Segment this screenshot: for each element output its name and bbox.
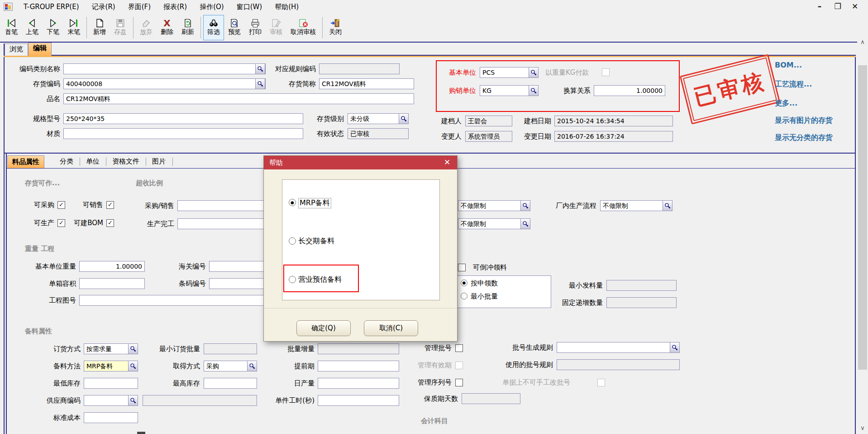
long-leadtime-prep-option-label[interactable]: 长交期备料 [298, 236, 334, 246]
refresh-button[interactable]: 刷新 [177, 15, 198, 40]
acquire-mode-label: 取得方式 [167, 361, 200, 371]
ok-button[interactable]: 确定(Q) [296, 320, 351, 336]
section-usable-header: 存货可作... [25, 179, 60, 188]
scroll-up-icon[interactable]: ∧ [857, 37, 868, 47]
menu-item-window[interactable]: 窗口(W) [230, 3, 269, 11]
producible-checkbox[interactable]: ✓ [57, 219, 65, 227]
modifier-label: 变更人 [434, 131, 462, 142]
item-code-field[interactable]: 400400008 [63, 78, 266, 89]
by-request-radio[interactable]: ● [461, 280, 467, 286]
factory-flow-lookup-button[interactable] [663, 200, 672, 211]
cancel-audit-button[interactable]: 取消审核 [286, 15, 320, 40]
restriction-1-lookup-button[interactable] [520, 200, 530, 211]
tab-picture[interactable]: 图片 [148, 155, 170, 168]
link-show-items-with-pictures[interactable]: 显示有图片的存货 [775, 116, 833, 125]
base-weight-label: 基本单位重量 [27, 261, 76, 272]
delete-button[interactable]: X 删除 [157, 15, 177, 40]
tab-edit[interactable]: 编辑 [28, 43, 52, 56]
link-process-flow[interactable]: 工艺流程... [775, 80, 812, 89]
max-stock-field[interactable] [204, 378, 257, 389]
conversion-field[interactable]: 1.00000 [594, 85, 665, 96]
tab-separator [106, 158, 106, 166]
link-bom[interactable]: BOM... [775, 61, 802, 69]
supplier-code-lookup-button[interactable] [128, 395, 138, 406]
base-weight-field[interactable]: 1.00000 [79, 261, 145, 272]
daily-output-field[interactable] [318, 378, 399, 389]
code-category-field[interactable] [63, 63, 266, 74]
close-form-button[interactable]: 关闭 [325, 15, 346, 40]
restriction-field-2[interactable]: 不做限制 [458, 218, 530, 229]
next-record-button[interactable]: 下笔 [43, 15, 63, 40]
prod-finish-ratio-field[interactable] [177, 218, 272, 229]
item-name-field[interactable]: CR12MOV精料 [63, 93, 414, 104]
minimize-button[interactable]: – [813, 2, 826, 11]
item-code-lookup-button[interactable] [255, 78, 265, 89]
last-record-button[interactable]: 末笔 [63, 15, 84, 40]
restriction-field-1[interactable]: 不做限制 [458, 200, 530, 211]
link-show-unclassified-items[interactable]: 显示无分类的存货 [775, 133, 833, 143]
filter-button[interactable]: 筛选 [203, 15, 224, 40]
prep-method-lookup-button[interactable] [128, 361, 138, 371]
tab-qualification-files[interactable]: 资格文件 [108, 155, 144, 168]
item-level-label: 存货级别 [311, 113, 344, 124]
mrp-prep-radio[interactable]: ● [289, 199, 296, 206]
trade-unit-lookup-button[interactable] [529, 85, 539, 96]
tab-unit[interactable]: 单位 [81, 155, 104, 168]
tab-browse[interactable]: 浏览 [5, 43, 28, 56]
order-mode-lookup-button[interactable] [128, 343, 138, 354]
purchase-sale-ratio-field[interactable] [177, 200, 272, 211]
help-dialog-titlebar[interactable]: 帮助 [264, 156, 457, 169]
max-stock-label: 最高库存 [167, 378, 200, 389]
link-more[interactable]: 更多... [775, 99, 797, 108]
sellable-checkbox[interactable]: ✓ [106, 201, 114, 209]
dialog-close-icon[interactable]: ✕ [442, 158, 453, 167]
unit-work-time-field[interactable] [318, 395, 399, 406]
mrp-prep-option-label[interactable]: MRP备料 [298, 198, 331, 208]
min-stock-field[interactable] [84, 378, 138, 389]
restriction-2-lookup-button[interactable] [520, 218, 530, 229]
restore-button[interactable]: ❐ [831, 2, 844, 11]
min-batch-radio[interactable] [461, 293, 467, 299]
std-cost-label: 标准成本 [48, 412, 81, 423]
tab-separator [146, 158, 146, 166]
manage-serial-checkbox[interactable] [455, 379, 463, 386]
close-window-button[interactable]: ✕ [848, 2, 862, 11]
purchasable-checkbox[interactable]: ✓ [57, 201, 65, 209]
toolbar-divider-line [0, 42, 868, 43]
lot-rule-field[interactable] [557, 342, 680, 353]
modifier-field: 系统管理员 [465, 131, 512, 142]
menu-item-operation[interactable]: 操作(O) [193, 3, 230, 11]
first-record-button[interactable]: 首笔 [1, 15, 22, 40]
prev-record-button[interactable]: 上笔 [22, 15, 43, 40]
item-level-lookup-button[interactable] [399, 113, 409, 124]
long-leadtime-prep-radio[interactable] [289, 237, 296, 245]
lead-time-field[interactable] [318, 361, 399, 371]
box-volume-field[interactable] [79, 278, 145, 289]
menu-item-help[interactable]: 帮助(H) [268, 3, 305, 11]
backflush-checkbox[interactable] [458, 264, 466, 271]
menu-item-tgroup-erp[interactable]: T-GROUP ERP(E) [17, 3, 86, 11]
new-button[interactable]: 新增 [89, 15, 110, 40]
scroll-down-icon[interactable]: ∨ [857, 423, 868, 433]
print-button[interactable]: 打印 [245, 15, 266, 40]
item-short-field[interactable]: CR12MOV精料 [319, 78, 414, 89]
can-build-bom-checkbox[interactable]: ✓ [106, 219, 114, 227]
menu-item-report[interactable]: 报表(R) [157, 3, 193, 11]
tab-classification[interactable]: 分类 [55, 155, 78, 168]
menu-item-interface[interactable]: 界面(F) [122, 3, 157, 11]
manage-lot-checkbox[interactable] [455, 344, 463, 352]
cancel-button[interactable]: 取消(C) [364, 320, 418, 336]
preview-button[interactable]: 预览 [224, 15, 245, 40]
acquire-mode-lookup-button[interactable] [247, 361, 257, 371]
base-unit-lookup-button[interactable] [529, 67, 539, 78]
material-field[interactable] [63, 128, 303, 139]
code-category-lookup-button[interactable] [255, 63, 265, 74]
lot-rule-lookup-button[interactable] [670, 342, 680, 353]
factory-flow-field[interactable]: 不做限制 [600, 200, 672, 211]
fixed-increment-field [606, 297, 677, 308]
spec-field[interactable]: 250*240*35 [63, 113, 303, 124]
tab-item-attributes[interactable]: 料品属性 [7, 155, 44, 168]
menu-item-record[interactable]: 记录(R) [86, 3, 122, 11]
scrollbar-thumb[interactable] [858, 65, 867, 370]
std-cost-field[interactable] [84, 412, 138, 423]
